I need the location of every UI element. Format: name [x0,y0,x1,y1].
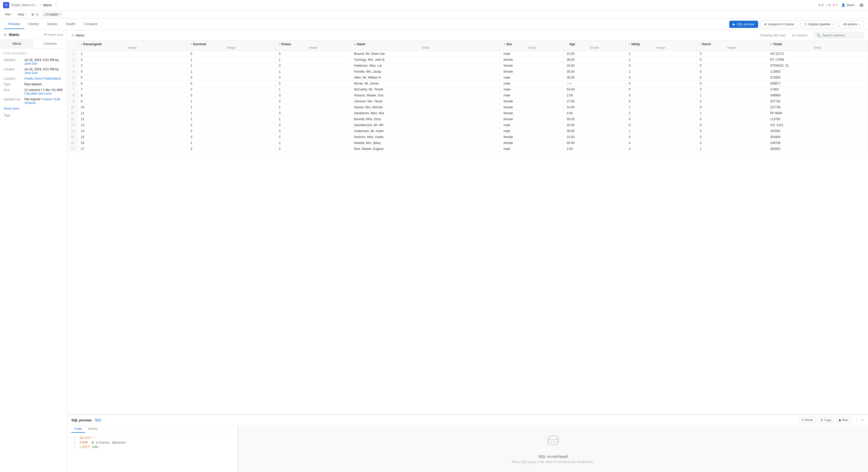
table-cell: 9 [78,98,187,104]
table-cell: PP 9549 [767,111,868,116]
report-issue-button[interactable]: ⚑ Report issue [44,33,63,36]
col-sex[interactable]: A Sex String [500,41,564,51]
updated-user-link[interactable]: Jane Doe [24,62,37,65]
calculate-row-count-link[interactable]: Calculate row count [24,92,52,95]
table-cell: 0 [187,134,276,140]
table-cell: 0 [696,51,767,57]
tab-compare[interactable]: Compare [80,20,101,29]
check-count[interactable]: ✓ 5 [826,3,831,7]
table-cell: 0 [696,69,767,75]
code-editor[interactable]: 1 SELECT * 2 FROM `⊞ titanic dataset` 3 … [67,433,238,452]
close-icon[interactable]: ✕ [861,418,864,422]
share-button[interactable]: 👤 Share [840,2,856,8]
import-link[interactable]: Import [43,97,52,101]
code-tab-history[interactable]: History [85,426,101,433]
table-cell: 12 [78,116,187,122]
col-passengerid[interactable]: # PassengerId Integer [78,41,187,51]
explore-pipeline-button[interactable]: ⬡ Explore pipeline ▾ [800,21,837,28]
run-button[interactable]: ▶ Run [836,417,851,423]
table-cell: 2 [276,140,351,146]
all-actions-button[interactable]: All actions ▾ [839,21,864,28]
col-survived[interactable]: # Survived Integer [187,41,276,51]
location-link[interactable]: /Public Demo Folder/titanic [24,77,61,81]
table-cell: female [500,104,564,111]
tab-history[interactable]: History [24,20,43,29]
table-cell: 4.00 [563,111,625,116]
data-table-wrap: # PassengerId Integer # Survived Integer [67,41,868,414]
table-cell: 382652 [767,146,868,152]
copy-button[interactable]: ⧉ Copy [818,417,834,423]
dataset-header: ⊞ titanic ⚑ Report issue [0,30,67,39]
table-cell: 3 [276,93,351,98]
created-user-link[interactable]: Jane Doe [24,71,37,75]
table-row: 8803Palsson, Master. Gosmale2.0031349909 [67,93,868,98]
tab-health[interactable]: Health [62,20,80,29]
table-cell: 3 [625,93,696,98]
table-cell: 3 [276,81,351,87]
col-name[interactable]: A Name String [351,41,500,51]
app-icon[interactable]: ⊞ [3,2,9,8]
table-cell: 248706 [767,140,868,146]
help-menu-item[interactable]: Help ▾ [16,12,28,17]
table-icon: ⊞ [71,33,74,37]
table-cell: 349909 [767,93,868,98]
explore-icon: ⬡ [804,23,807,26]
file-menu-item[interactable]: File ▾ [3,12,14,17]
left-panel: ⊞ titanic ⚑ Report issue About Columns E… [0,30,67,472]
col-pclass[interactable]: # Pclass Integer [276,41,351,51]
table-cell: 0 [696,122,767,128]
search-input[interactable] [822,34,861,37]
show-more-button[interactable]: Show more [4,107,63,111]
table-row: 121211Bonnell, Miss. Elizafemale58.00001… [67,116,868,122]
code-tab-code[interactable]: Code [71,426,85,433]
table-cell: 3 [276,134,351,140]
tab-details[interactable]: Details [43,20,62,29]
collapse-icon[interactable]: ⌄ [855,418,858,422]
col-ticket[interactable]: A Ticket String [767,41,868,51]
tab-preview[interactable]: Preview [4,20,24,29]
panel-tab-columns[interactable]: Columns [34,39,67,48]
data-area: ⊞ titanic Showing 300 rows 12 columns 🔍 [67,30,868,472]
analyze-button[interactable]: ⊕ Analyze in Contour [760,21,798,28]
hamburger-menu[interactable] [858,2,865,8]
table-cell: male [500,87,564,93]
sql-panel: SQL preview Beta ↺ Reset ⧉ Copy ▶ [67,414,868,472]
table-cell: 347082 [767,128,868,134]
star-icon[interactable]: ☆ [55,3,58,7]
table-cell: female [500,140,564,146]
table-cell: 1 [187,98,276,104]
description-input[interactable]: Enter description... [4,52,63,55]
sql-preview-button[interactable]: ▶ SQL preview [729,21,758,28]
table-cell: 350406 [767,134,868,140]
error-count[interactable]: ✕ 7 [833,3,838,7]
branch-selector[interactable]: ⎇ master ▾ [42,12,62,17]
breadcrumb-parent[interactable]: Public Demo Fo... [11,3,38,7]
col-age[interactable]: ~ Age Double [563,41,625,51]
col-sibsp[interactable]: # SibSp Integer [625,41,696,51]
search-icon: 🔍 [816,33,821,37]
row-number: 15 [67,134,78,140]
table-cell: Rice, Master. Eugene [351,146,500,152]
sync-count[interactable]: ↻ 0 [818,3,824,7]
table-cell: 54.00 [563,87,625,93]
table-cell: Sandstrom, Miss. Mar [351,111,500,116]
table-cell: 1 [187,63,276,69]
table-cell: 0 [696,140,767,146]
reset-button[interactable]: ↺ Reset [799,417,816,423]
table-cell: 1 [276,116,351,122]
panel-tab-about[interactable]: About [0,39,34,48]
table-cell: 2 [696,98,767,104]
pages-menu-item[interactable]: ⊞ 1 [29,12,41,17]
table-cell: 1 [625,104,696,111]
table-cell: 2 [78,57,187,63]
error-icon: ✕ [833,3,835,7]
table-cell: 2 [276,104,351,111]
table-cell: 0 [625,75,696,81]
table-cell: 0 [187,128,276,134]
search-columns[interactable]: 🔍 [814,32,864,38]
col-parch[interactable]: # Parch Integer [696,41,767,51]
tags-label: Tags [4,114,63,117]
table-cell: 0 [187,87,276,93]
table-cell: 0 [625,134,696,140]
table-cell: 39.00 [563,128,625,134]
